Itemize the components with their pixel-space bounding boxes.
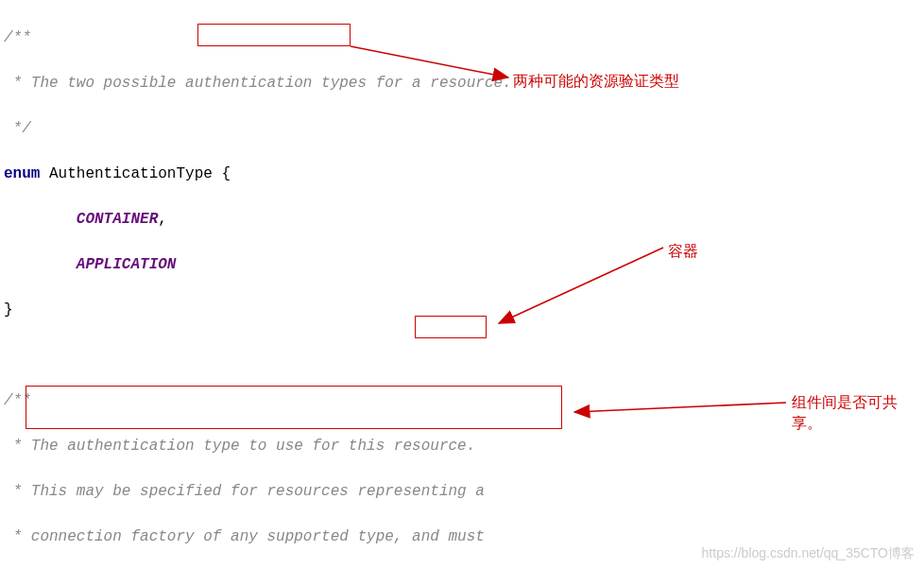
comment-highlight: authentication: [185, 75, 312, 92]
comment: */: [4, 120, 31, 137]
comment: /**: [4, 392, 31, 409]
keyword-enum: enum: [4, 165, 40, 182]
punct: ,: [158, 211, 167, 228]
code-block: /** * The two possible authentication ty…: [0, 0, 924, 568]
annotation-line: 享。: [792, 415, 822, 431]
comment: * connection factory of any supported ty…: [4, 528, 485, 545]
enum-constant: CONTAINER: [77, 211, 158, 228]
type-name: AuthenticationType {: [40, 165, 231, 182]
comment: * The authentication type to use for thi…: [4, 438, 475, 455]
watermark: https://blog.csdn.net/qq_35CTO博客: [702, 545, 915, 562]
annotation-text: 两种可能的资源验证类型: [513, 71, 679, 92]
brace-close: }: [4, 301, 13, 318]
comment: * This may be specified for resources re…: [4, 483, 485, 500]
annotation-text: 容器: [668, 241, 698, 262]
comment: /**: [4, 29, 31, 46]
annotation-line: 组件间是否可共: [792, 394, 898, 410]
comment: * The two possible: [4, 75, 185, 92]
annotation-text: 组件间是否可共 享。: [792, 392, 915, 435]
comment: types for a resource.: [312, 75, 511, 92]
enum-constant: APPLICATION: [77, 256, 177, 273]
